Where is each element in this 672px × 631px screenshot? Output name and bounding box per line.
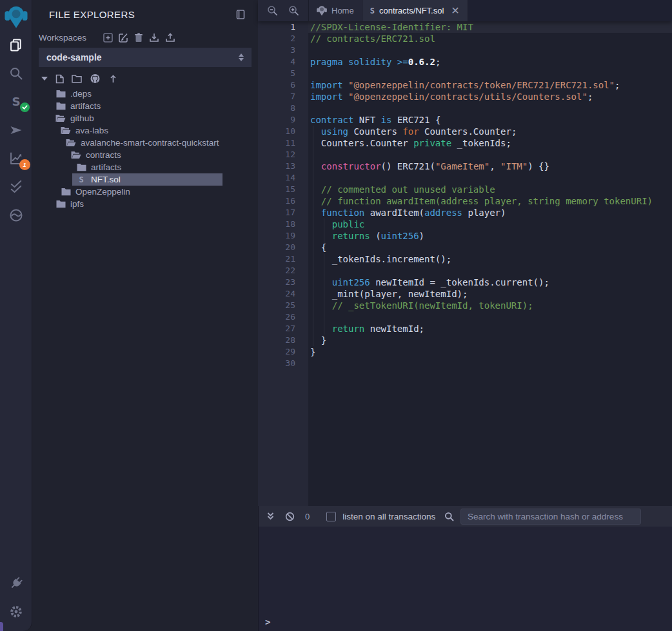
code-line-30[interactable] [310,358,672,369]
transaction-count: 0 [305,512,310,521]
code-line-1[interactable]: //SPDX-License-Identifier: MIT [310,21,672,33]
tree-item-label: github [70,113,94,123]
line-number: 22 [258,265,308,277]
code-line-12[interactable] [310,149,672,160]
panel-title: FILE EXPLORERS [49,9,135,20]
tree-item-nft-sol[interactable]: SNFT.sol [32,173,258,186]
solidity-compiler-icon[interactable]: S [0,88,32,116]
code-line-21[interactable]: _tokenIds.increment(); [310,253,672,265]
folder-closed-icon [61,188,71,196]
line-number: 21 [258,253,308,265]
restore-workspaces-icon[interactable] [165,33,175,43]
plugin-circle-icon[interactable] [0,201,32,229]
line-number: 20 [258,242,308,253]
tree-item-contracts[interactable]: contracts [32,149,258,161]
code-line-27[interactable]: return newItemId; [310,323,672,335]
code-line-2[interactable]: // contracts/ERC721.sol [310,33,672,44]
remix-logo-icon[interactable] [0,3,32,31]
code-line-10[interactable]: using Counters for Counters.Counter; [310,126,672,137]
unit-testing-icon[interactable] [0,173,32,201]
download-workspaces-icon[interactable] [149,33,159,43]
code-line-22[interactable] [310,265,672,277]
line-number: 6 [258,79,308,91]
tab-active-label: contracts/NFT.sol [379,6,444,15]
file-tree-toolbar [32,67,258,86]
delete-workspace-icon[interactable] [134,33,143,43]
code-editor[interactable]: 1234567891011121314151617181920212223242… [258,21,672,506]
terminal-output[interactable]: > [259,527,672,631]
code-line-16[interactable]: // function awardItem(address player, st… [310,195,672,207]
compiler-success-badge [20,102,30,112]
new-folder-icon[interactable] [72,74,82,83]
code-line-7[interactable]: import "@openzeppelin/contracts/utils/Co… [310,91,672,102]
tree-item-github[interactable]: github [32,112,258,124]
code-line-6[interactable]: import "@openzeppelin/contracts/token/ER… [310,79,672,91]
code-line-3[interactable] [310,44,672,56]
file-solidity-icon: S [76,175,86,184]
close-tab-icon[interactable]: ✕ [451,6,459,16]
tree-item-artifacts[interactable]: artifacts [32,100,258,112]
code-line-23[interactable]: uint256 newItemId = _tokenIds.current(); [310,277,672,288]
tree-item-label: artifacts [91,162,121,172]
workspace-select[interactable]: code-sample [39,48,252,67]
upload-file-icon[interactable] [108,74,118,84]
tree-item-ipfs[interactable]: ipfs [32,198,258,210]
line-number: 9 [258,114,308,126]
plugin-manager-icon[interactable] [0,569,32,597]
code-line-29[interactable]: } [310,346,672,358]
file-tree: .depsartifactsgithubava-labsavalanche-sm… [32,86,258,631]
expand-terminal-icon[interactable] [266,512,275,521]
new-file-icon[interactable] [55,74,64,84]
code-line-26[interactable] [310,311,672,323]
code-line-18[interactable]: public [310,218,672,230]
clear-console-icon[interactable] [285,512,295,521]
workspace-selected-value: code-sample [46,52,102,63]
create-workspace-icon[interactable] [103,33,113,43]
code-line-11[interactable]: Counters.Counter private _tokenIds; [310,137,672,149]
code-line-4[interactable]: pragma solidity >=0.6.2; [310,56,672,68]
folder-open-icon [71,151,81,159]
zoom-out-icon[interactable] [267,5,278,16]
tree-item-artifacts[interactable]: artifacts [32,161,258,173]
file-explorer-icon[interactable] [0,31,32,59]
code-line-5[interactable] [310,68,672,79]
listen-transactions-checkbox[interactable] [326,512,336,521]
code-line-8[interactable] [310,102,672,114]
root-collapse-caret[interactable] [41,77,48,81]
code-line-17[interactable]: function awardItem(address player) [310,207,672,218]
file-explorer-panel: FILE EXPLORERS Workspaces [32,0,258,631]
line-number: 27 [258,323,308,335]
tab-home[interactable]: Home [308,0,362,21]
code-line-24[interactable]: _mint(player, newItemId); [310,288,672,300]
code-line-9[interactable]: contract NFT is ERC721 { [310,114,672,126]
remix-ide-window: S 1 [0,0,672,631]
static-analysis-icon[interactable]: 1 [0,144,32,173]
terminal-search-input[interactable] [460,509,641,525]
tree-item-label: contracts [86,150,121,160]
tab-nft-sol[interactable]: S contracts/NFT.sol ✕ [362,0,468,21]
line-number: 11 [258,137,308,149]
code-line-19[interactable]: returns (uint256) [310,230,672,242]
code-lines: //SPDX-License-Identifier: MIT// contrac… [308,21,672,506]
github-clone-icon[interactable] [90,73,101,84]
line-number: 8 [258,102,308,114]
panel-header: FILE EXPLORERS [32,0,258,26]
code-line-13[interactable]: constructor() ERC721("GameItem", "ITM") … [310,160,672,172]
code-line-25[interactable]: // _setTokenURI(newItemId, tokenURI); [310,300,672,311]
code-line-28[interactable]: } [310,335,672,346]
code-line-20[interactable]: { [310,242,672,253]
search-icon[interactable] [0,59,32,88]
tree-item-ava-labs[interactable]: ava-labs [32,124,258,137]
line-number: 25 [258,300,308,311]
zoom-in-icon[interactable] [288,5,299,16]
tree-item-avalanche-smart-contract-quickstart[interactable]: avalanche-smart-contract-quickstart [32,137,258,149]
rename-workspace-icon[interactable] [119,33,128,43]
tree-item--deps[interactable]: .deps [32,88,258,100]
deploy-run-icon[interactable] [0,116,32,144]
code-line-15[interactable]: // commented out unused variable [310,184,672,195]
settings-icon[interactable] [0,597,32,626]
tree-item-openzeppelin[interactable]: OpenZeppelin [32,186,258,198]
line-numbers: 1234567891011121314151617181920212223242… [258,21,308,506]
code-line-14[interactable] [310,172,672,184]
docs-book-icon[interactable] [236,10,245,19]
